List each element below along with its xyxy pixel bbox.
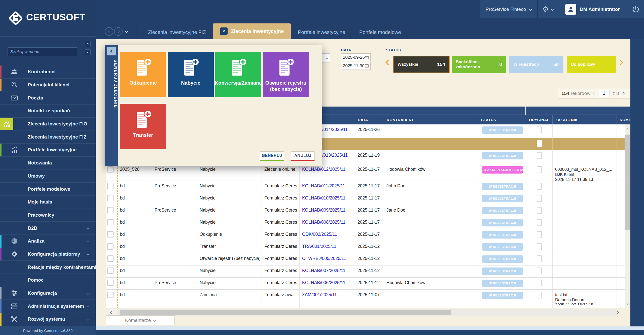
tab-portfele-inwestycyjne[interactable]: Portfele inwestycyjne — [291, 25, 352, 39]
cell-order-link[interactable]: KOLNAB/010/2025/11 — [300, 193, 355, 205]
sidebar-item-portfele-modelowe[interactable]: Portfele modelowe — [0, 183, 96, 196]
sidebar-item-poczta[interactable]: Poczta — [0, 91, 96, 105]
tab-close-button[interactable]: ✕ — [220, 27, 228, 35]
sidebar-item-pomoc[interactable]: Pomoc — [0, 274, 96, 287]
original-checkbox[interactable] — [537, 280, 542, 286]
original-checkbox[interactable] — [537, 152, 542, 159]
original-checkbox[interactable] — [537, 195, 542, 202]
original-checkbox[interactable] — [537, 207, 542, 214]
original-checkbox[interactable] — [537, 255, 542, 262]
generate-tile-transfer[interactable]: Transfer — [120, 104, 166, 149]
original-checkbox[interactable] — [537, 243, 542, 250]
row-checkbox[interactable] — [107, 243, 114, 250]
sidebar-item-analiza[interactable]: Analiza — [0, 235, 96, 248]
status-card-w-rejestracji[interactable]: W rejestracji50 — [509, 56, 563, 73]
original-checkbox[interactable] — [537, 126, 542, 133]
original-checkbox[interactable] — [537, 292, 542, 298]
tabs-list-button[interactable] — [125, 30, 128, 33]
logo[interactable]: CERTUSOFT — [0, 0, 96, 37]
original-checkbox[interactable] — [537, 219, 542, 226]
sidebar-item-zlecenia-inwestycyjne-fiz[interactable]: Zlecenia inwestycyjne FIZ — [0, 130, 96, 144]
row-checkbox[interactable] — [107, 183, 114, 189]
sidebar-item-kontrahenci[interactable]: Kontrahenci — [0, 65, 96, 79]
attachment-link[interactable]: 000003_mbl_ODK_001_202... — [555, 308, 615, 308]
sidebar-item-konfiguracja[interactable]: Konfiguracja — [0, 287, 96, 300]
table-row[interactable]: bdNabycieFormularz CeresKOLNAB/007/2025/… — [106, 265, 630, 278]
row-checkbox[interactable] — [107, 195, 114, 201]
sidebar-item-zlecenia-inwestycyjne-fio[interactable]: Zlecenia inwestycyjne FIO — [0, 118, 96, 131]
generate-tile-konwersja-zamiana[interactable]: Konwersja/Zamiana — [215, 52, 261, 97]
page-prev-button[interactable] — [593, 92, 596, 95]
tabs-prev-button[interactable] — [105, 27, 113, 36]
table-row[interactable]: bdProServiceNabycieFormularz CeresKOLNAB… — [106, 181, 630, 193]
sidebar-item-potencjalni-klienci[interactable]: Potencjalni klienci — [0, 79, 96, 92]
modal-back-button[interactable] — [107, 47, 116, 55]
sidebar-item-administracja-systemem[interactable]: Administracja systemem — [0, 300, 96, 313]
comments-panel-toggle[interactable]: Komentarze — [106, 315, 175, 325]
generate-tile-nabycie[interactable]: Nabycie — [168, 52, 214, 97]
horizontal-scroll-thumb[interactable] — [120, 310, 451, 315]
cell-order-link[interactable]: KOLNAB/009/2025/11 — [300, 205, 355, 217]
row-checkbox[interactable] — [107, 231, 114, 238]
horizontal-scrollbar[interactable] — [106, 309, 619, 316]
table-row[interactable]: bdNabycieFormularz CeresKOLNAB/008/2025/… — [106, 217, 630, 229]
table-row[interactable]: bdNabycieFormularz CeresKOLNAB/010/2025/… — [106, 193, 630, 205]
tab-zlecenia-inwestycyjne[interactable]: ✕Zlecenia inwestycyjne — [213, 23, 291, 39]
menu-collapse-up-button[interactable] — [85, 41, 91, 47]
generate-tile-otwarcie-rejestru-bez-nabycia[interactable]: Otwarcie rejestru (bez nabycia) — [263, 52, 309, 97]
table-row[interactable]: 000003_mbl_ODK_001_202... — [106, 305, 630, 308]
tab-zlecenia-inwestycyjne-fiz[interactable]: Zlecenia inwestycyjne FIZ — [141, 25, 213, 39]
table-row[interactable]: bdOdkupienieFormularz CeresODK/002/2025/… — [106, 229, 630, 241]
table-row[interactable]: bdProServiceNabycieFormularz CeresKOLNAB… — [106, 278, 630, 290]
cell-order-link[interactable]: KOLNAB/012/2025/11 — [300, 164, 355, 181]
sidebar-item-notowania[interactable]: Notowania — [0, 157, 96, 170]
row-checkbox[interactable] — [107, 280, 114, 286]
row-checkbox[interactable] — [107, 267, 114, 274]
vertical-scroll-thumb[interactable] — [625, 135, 630, 230]
cell-order-link[interactable]: TRA/001/2025/11 — [300, 241, 355, 253]
status-card-wszystkie[interactable]: Wszystkie154 — [393, 56, 450, 73]
table-row[interactable]: bdZamianaFormularz awar...ZAM/001/2025/1… — [106, 290, 630, 305]
table-row[interactable]: 2025_520ProServiceNabycieZlecenie onLine… — [106, 164, 630, 181]
cell-order-link[interactable]: KOLNAB/006/2025/11 — [300, 278, 355, 289]
sidebar-item-moje-has-a[interactable]: Moje hasła — [0, 196, 96, 209]
page-input[interactable] — [598, 90, 610, 97]
original-checkbox[interactable] — [537, 231, 542, 238]
cell-order-link[interactable]: KOLNAB/011/2025/11 — [300, 181, 355, 193]
sidebar-item-relacje-mi-dzy-kontrahentami[interactable]: Relacje między kontrahentami — [0, 261, 96, 274]
status-card-do-poprawy[interactable]: Do poprawy — [567, 56, 616, 73]
sidebar-item-rozw-j-systemu[interactable]: Rozwój systemu — [0, 313, 96, 326]
tab-portfele-modelowe[interactable]: Portfele modelowe — [352, 25, 408, 39]
sidebar-item-pracownicy[interactable]: Pracownicy — [0, 209, 96, 222]
sidebar-item-b2b[interactable]: B2B — [0, 222, 96, 235]
scroll-up-button[interactable] — [625, 124, 630, 133]
table-row[interactable]: bdOtwarcie rejestru (bez nabycia)Formula… — [106, 253, 630, 265]
page-next-button[interactable] — [621, 92, 625, 95]
row-checkbox[interactable] — [107, 255, 114, 262]
settings-menu[interactable]: ⚙ — [538, 0, 558, 18]
original-checkbox[interactable] — [537, 140, 542, 147]
scroll-right-button[interactable] — [616, 309, 618, 316]
original-checkbox[interactable] — [537, 267, 542, 274]
search-input[interactable] — [8, 47, 77, 56]
scroll-left-button[interactable] — [106, 309, 117, 316]
company-switcher[interactable]: ProService Finteco — [480, 0, 538, 18]
sidebar-item-notatki-ze-spotka[interactable]: Notatki ze spotkań — [0, 105, 96, 118]
original-checkbox[interactable] — [537, 166, 542, 173]
date-to-input[interactable]: 2025-11-30 — [341, 62, 371, 70]
cell-order-link[interactable]: KOLNAB/008/2025/11 — [300, 217, 355, 229]
sidebar-item-umowy[interactable]: Umowy — [0, 170, 96, 183]
row-checkbox[interactable] — [107, 207, 114, 213]
status-card-backoffice-zako-czono[interactable]: Backoffice-zakończono0 — [452, 56, 506, 73]
scroll-down-button[interactable] — [625, 299, 630, 308]
row-checkbox[interactable] — [107, 219, 114, 225]
original-checkbox[interactable] — [537, 183, 542, 190]
tabs-next-button[interactable] — [114, 27, 123, 36]
table-row[interactable]: bdProServiceNabycieFormularz CeresKOLNAB… — [106, 205, 630, 217]
table-row[interactable]: bdTransferFormularz CeresTRA/001/2025/11… — [106, 241, 630, 253]
cell-order-link[interactable]: ZAM/001/2025/11 — [300, 290, 355, 305]
cell-order-link[interactable]: OTWREJ/005/2025/11 — [300, 253, 355, 265]
generate-button[interactable]: GENERUJ — [260, 151, 284, 161]
row-checkbox[interactable] — [107, 166, 114, 173]
generate-tile-odkupienie[interactable]: Odkupienie — [120, 52, 166, 97]
